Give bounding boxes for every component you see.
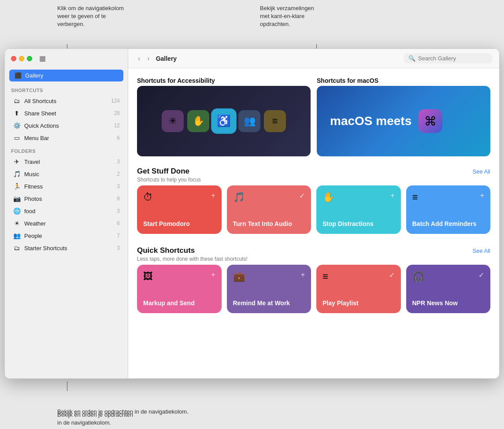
stop-distractions-title: Stop Distractions [322,220,395,228]
batch-reminders-title: Batch Add Reminders [412,220,485,228]
card-top-0: ⏱ + [143,192,215,203]
traffic-lights [11,56,32,61]
card-markup-send[interactable]: 🖼 + Markup and Send [137,265,222,313]
card-stop-distractions[interactable]: ✋ + Stop Distractions [316,185,401,234]
sidebar-item-gallery[interactable]: ⬛ Gallery [9,70,123,81]
people-label: People [24,233,117,239]
starter-shortcuts-count: 3 [117,245,120,251]
stop-distractions-icon: ✋ [322,192,334,203]
sidebar-item-travel[interactable]: ✈ Travel 3 [7,156,126,167]
card-start-pomodoro[interactable]: ⏱ + Start Pomodoro [137,185,222,234]
photos-icon: 📷 [13,195,21,202]
acc-icon-4: 👥 [238,110,260,132]
quick-actions-count: 12 [114,122,120,129]
travel-label: Travel [24,159,117,165]
people-count: 7 [117,233,120,239]
all-shortcuts-icon: 🗂 [13,97,21,104]
forward-button[interactable]: › [145,54,152,63]
npr-news-action: ✓ [478,271,484,279]
text-audio-title: Turn Text Into Audio [233,220,305,228]
weather-icon: ☀ [13,220,21,227]
sidebar-item-share-sheet[interactable]: ⬆ Share Sheet 28 [7,107,126,119]
card-top-3: ≡ + [412,192,485,203]
share-sheet-count: 28 [114,110,120,116]
hero-banners: Shortcuts for Accessibility ✳ ✋ ♿ 👥 ≡ Sh… [137,77,490,156]
sidebar-section-shortcuts: Shortcuts [5,83,128,95]
sidebar-item-quick-actions[interactable]: ⚙️ Quick Actions 12 [7,120,126,131]
annotation-bottom: Bekijk en orden je opdrachten in de navi… [57,407,189,416]
card-play-playlist[interactable]: ≡ ✓ Play Playlist [316,265,401,313]
sidebar-item-starter-shortcuts[interactable]: 🗂 Starter Shortcuts 3 [7,242,126,254]
card-remind-work[interactable]: 💼 + Remind Me at Work [227,265,311,313]
remind-work-action: + [301,271,305,279]
card-top-qs-1: 💼 + [233,271,305,282]
content-scroll: Shortcuts for Accessibility ✳ ✋ ♿ 👥 ≡ Sh… [128,68,499,378]
sidebar-item-menu-bar[interactable]: ▭ Menu Bar 6 [7,132,126,144]
macos-banner[interactable]: macOS meets ⌘ [317,86,490,156]
travel-count: 3 [117,159,120,165]
toolbar: ‹ › Gallery 🔍 [128,49,499,68]
accessibility-banner[interactable]: ✳ ✋ ♿ 👥 ≡ [137,86,311,156]
stop-distractions-action: + [390,192,394,200]
text-audio-action: ✓ [299,192,305,200]
traffic-light-minimize[interactable] [19,56,24,61]
accessibility-title: Shortcuts for Accessibility [137,77,311,84]
npr-news-icon: 🎧 [412,271,424,282]
quick-shortcuts-see-all[interactable]: See All [473,248,490,254]
sidebar-item-fitness[interactable]: 🏃 Fitness 3 [7,181,126,192]
traffic-light-close[interactable] [11,56,16,61]
sidebar-item-photos[interactable]: 📷 Photos 8 [7,193,126,204]
share-sheet-label: Share Sheet [24,110,114,117]
photos-count: 8 [117,196,120,202]
music-count: 2 [117,171,120,177]
sidebar-item-weather[interactable]: ☀ Weather 6 [7,218,126,229]
card-top-1: 🎵 ✓ [233,192,305,203]
search-icon: 🔍 [408,55,415,62]
food-count: 3 [117,208,120,214]
food-icon: 🌐 [13,207,21,214]
get-stuff-done-title: Get Stuff Done [137,167,201,176]
fitness-label: Fitness [24,183,117,190]
get-stuff-done-subtitle: Shortcuts to help you focus [137,177,201,183]
card-turn-text-audio[interactable]: 🎵 ✓ Turn Text Into Audio [227,185,311,234]
menu-bar-icon: ▭ [13,134,21,141]
weather-label: Weather [24,220,117,227]
get-stuff-done-cards: ⏱ + Start Pomodoro 🎵 ✓ Turn Text Into Au… [137,185,490,234]
sidebar-item-food[interactable]: 🌐 food 3 [7,205,126,217]
search-input[interactable] [418,55,488,62]
gallery-icon: ⬛ [15,72,22,79]
card-npr-news[interactable]: 🎧 ✓ NPR News Now [406,265,491,313]
back-button[interactable]: ‹ [135,54,143,63]
gallery-label: Gallery [25,72,43,79]
macos-title: Shortcuts for macOS [317,77,490,84]
sidebar-header: ▦ [5,49,128,68]
get-stuff-done-section: Get Stuff Done Shortcuts to help you foc… [137,167,490,234]
acc-icon-2: ✋ [187,110,209,132]
card-top-qs-2: ≡ ✓ [322,271,395,282]
acc-icon-5: ≡ [264,110,286,132]
batch-reminders-icon: ≡ [412,192,418,203]
main-content: ‹ › Gallery 🔍 Shortcuts for Accessibilit… [128,49,499,378]
sidebar-section-folders: Folders [5,144,128,155]
toolbar-nav: ‹ › [135,54,152,63]
traffic-light-maximize[interactable] [27,56,32,61]
pomodoro-action: + [211,192,215,200]
card-batch-add-reminders[interactable]: ≡ + Batch Add Reminders [406,185,491,234]
sidebar-item-all-shortcuts[interactable]: 🗂 All Shortcuts 124 [7,95,126,107]
text-audio-icon: 🎵 [233,192,245,203]
play-playlist-title: Play Playlist [322,300,395,307]
hero-section-accessibility: Shortcuts for Accessibility ✳ ✋ ♿ 👥 ≡ [137,77,311,156]
sidebar-item-people[interactable]: 👥 People 7 [7,230,126,241]
markup-send-icon: 🖼 [143,271,153,282]
get-stuff-done-see-all[interactable]: See All [473,168,490,175]
sidebar-item-music[interactable]: 🎵 Music 2 [7,168,126,180]
remind-work-icon: 💼 [233,271,245,282]
quick-shortcuts-section: Quick Shortcuts Less taps, more done wit… [137,246,490,313]
sidebar-toggle-button[interactable]: ▦ [39,54,46,63]
share-sheet-icon: ⬆ [13,110,21,117]
macos-meets-text: macOS meets [330,114,411,128]
photos-label: Photos [24,196,117,202]
all-shortcuts-count: 124 [111,98,120,104]
pomodoro-title: Start Pomodoro [143,220,215,228]
hero-section-macos: Shortcuts for macOS macOS meets ⌘ [317,77,490,156]
